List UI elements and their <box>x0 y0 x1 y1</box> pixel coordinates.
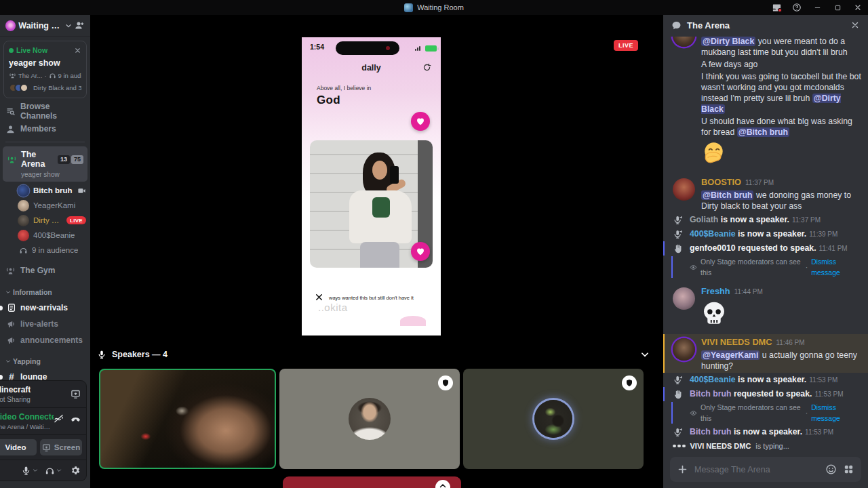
message-text: @Dirty Black you were meant to do a mukb… <box>701 37 861 58</box>
avatar[interactable] <box>673 37 695 47</box>
voice-user-row[interactable]: Bitch bruh <box>0 183 90 198</box>
message-author[interactable]: BOOSTIO <box>701 177 741 188</box>
toast-button[interactable] <box>435 480 450 488</box>
heart-icon <box>416 117 425 126</box>
signal-icon <box>415 46 420 51</box>
close-window-button[interactable] <box>848 0 868 15</box>
mention-pill[interactable]: @Bitch bruh <box>737 127 789 137</box>
username[interactable]: Goliath <box>690 215 718 224</box>
dismiss-message-link[interactable]: Dismiss message <box>811 402 861 424</box>
moderator-badge <box>622 375 637 390</box>
disconnect-call-icon[interactable] <box>71 413 81 424</box>
username[interactable]: Bitch bruh <box>690 389 731 399</box>
live-now-card[interactable]: Live Now yeager show The Ar... · 9 in au… <box>3 41 87 98</box>
avatar[interactable] <box>673 338 695 361</box>
noise-suppression-off-icon[interactable] <box>54 413 64 424</box>
voice-channel-location[interactable]: The Arena / Waiting... <box>0 423 54 430</box>
moderator-badge <box>438 375 453 390</box>
channel-new-arrivals[interactable]: new-arrivals <box>0 300 90 316</box>
emoji-picker-icon[interactable] <box>825 464 837 475</box>
raised-hand-icon <box>673 389 684 400</box>
message-input-bar <box>670 457 861 482</box>
message-input[interactable] <box>694 465 819 474</box>
inbox-icon[interactable] <box>766 0 787 15</box>
category-yapping[interactable]: Yapping <box>0 354 90 369</box>
screen-button-label: Screen <box>54 443 80 451</box>
invite-people-icon[interactable] <box>75 20 85 30</box>
speakers-bar[interactable]: Speakers — 4 <box>97 346 650 363</box>
username[interactable]: genfoe0010 <box>690 243 736 253</box>
chat-message-group: Freshh11:44 PM <box>663 283 868 330</box>
speaker-video-tile[interactable] <box>99 369 276 469</box>
username[interactable]: Bitch bruh <box>690 427 731 436</box>
maximize-button[interactable] <box>827 0 848 15</box>
mic-control[interactable] <box>21 466 38 476</box>
screen-share-button[interactable]: Screen <box>40 439 82 455</box>
note-text: Only Stage moderators can see this <box>701 402 802 424</box>
username[interactable]: 400$Beanie <box>690 229 736 239</box>
message-author[interactable]: VIVI NEEDS DMC <box>701 337 772 348</box>
voice-user-name: YeagerKami <box>33 201 75 209</box>
headphones-icon <box>49 72 56 79</box>
divider <box>5 142 85 142</box>
message-author[interactable]: Freshh <box>701 286 730 297</box>
activity-card[interactable]: Minecraft Not Sharing <box>0 381 86 408</box>
user-name-fragment[interactable]: ... <box>0 467 12 474</box>
sidebar-item-browse-channels[interactable]: Browse Channels <box>0 102 90 120</box>
mention-pill[interactable]: @Bitch bruh <box>701 190 753 200</box>
channel-announcements[interactable]: announcements <box>0 332 90 348</box>
shield-icon <box>625 379 633 387</box>
video-button[interactable]: Video <box>0 439 37 455</box>
stage-toast[interactable] <box>283 476 461 488</box>
photo-figure <box>372 161 387 180</box>
minimize-button[interactable] <box>807 0 827 15</box>
typing-dots-icon <box>673 445 686 448</box>
attach-plus-icon[interactable] <box>677 464 688 475</box>
apps-icon[interactable] <box>843 464 854 475</box>
audience-count-row[interactable]: 9 in audience <box>0 243 90 258</box>
sidebar-item-members[interactable]: Members <box>0 120 90 138</box>
note-separator: · <box>806 407 808 418</box>
prompt-answer: God <box>317 94 340 107</box>
category-information[interactable]: Information <box>0 285 90 300</box>
mention-pill[interactable]: @YeagerKami <box>701 350 760 360</box>
phone-status-bar: 1:54 <box>302 41 441 55</box>
browse-channels-label: Browse Channels <box>20 102 85 121</box>
system-message: Goliath is now a speaker.11:37 PM <box>663 213 868 227</box>
stage-topic: yeager show <box>21 171 83 178</box>
screen-share-icon[interactable] <box>71 389 81 399</box>
monitor-icon <box>42 443 51 452</box>
chevron-down-icon[interactable] <box>640 350 650 359</box>
channel-live-alerts[interactable]: live-alerts <box>0 316 90 332</box>
mic-speaker-icon <box>673 215 684 226</box>
speaker-avatar-tile[interactable] <box>463 369 644 469</box>
close-chat-icon[interactable] <box>850 20 860 30</box>
voice-user-row[interactable]: 400$Beanie <box>0 228 90 243</box>
message-text: A few days ago <box>701 59 861 70</box>
server-header[interactable]: Waiting R... <box>0 15 90 37</box>
timestamp: 11:39 PM <box>809 230 837 238</box>
avatar[interactable] <box>673 178 695 201</box>
dismiss-message-link[interactable]: Dismiss message <box>811 256 861 278</box>
server-name: Waiting R... <box>18 21 62 30</box>
stage-channel-the-gym[interactable]: The Gym <box>0 262 90 279</box>
mention-pill[interactable]: @Dirty Black <box>701 37 755 46</box>
chat-header: The Arena <box>663 15 868 35</box>
avatar[interactable] <box>673 287 695 310</box>
help-icon[interactable] <box>787 0 807 15</box>
voice-user-row[interactable]: YeagerKami <box>0 198 90 213</box>
mention-pill[interactable]: @Dirty Black <box>701 94 841 114</box>
timestamp: 11:53 PM <box>814 390 843 398</box>
close-icon[interactable] <box>74 47 81 54</box>
stage-channel-the-arena[interactable]: The Arena 13 75 yeager show <box>3 146 87 182</box>
deafen-control[interactable] <box>45 466 62 476</box>
voice-user-row[interactable]: Dirty Bl...LIVE <box>0 213 90 228</box>
user-panel: Minecraft Not Sharing Video Connected Th… <box>0 380 87 481</box>
note-separator: · <box>806 262 808 272</box>
username[interactable]: 400$Beanie <box>690 375 736 384</box>
speaker-avatar-tile[interactable] <box>279 369 460 469</box>
video-button-label: Video <box>5 443 26 451</box>
timestamp: 11:44 PM <box>734 287 763 298</box>
settings-gear-icon[interactable] <box>70 465 81 476</box>
chevron-up-icon <box>439 482 447 488</box>
